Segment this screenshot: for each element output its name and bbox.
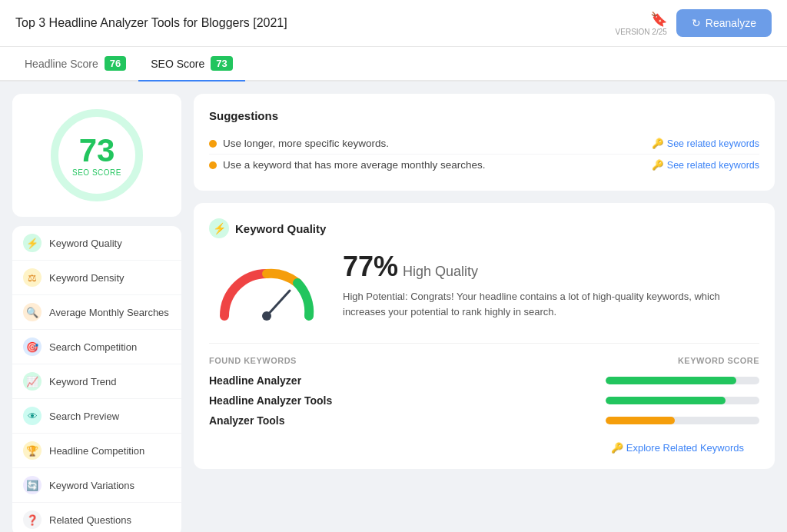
score-label: SEO SCORE [72,168,121,177]
explore-text: Explore Related Keywords [626,442,744,454]
avg-monthly-label: Average Monthly Searches [49,307,169,318]
see-related-link-0[interactable]: 🔑 See related keywords [652,138,759,149]
score-bar-container-0 [606,377,759,384]
app-container: Top 3 Headline Analyzer Tools for Blogge… [0,0,787,532]
sidebar-item-keyword-variations[interactable]: 🔄 Keyword Variations [12,468,181,503]
keywords-table: FOUND KEYWORDS KEYWORD SCORE Headline An… [209,343,759,454]
suggestion-dot-0 [209,140,217,148]
right-panel: Suggestions Use longer, more specific ke… [194,94,775,532]
sidebar-item-headline-competition[interactable]: 🏆 Headline Competition [12,434,181,468]
score-bar-container-2 [606,417,759,424]
see-related-text-0: See related keywords [667,138,759,149]
keyword-trend-icon: 📈 [23,372,42,391]
keyword-row-2: Analyzer Tools [209,414,759,427]
reanalyze-button[interactable]: ↻ Reanalyze [676,9,772,37]
tab-headline-badge: 76 [105,56,126,71]
kq-description: High Potential: Congrats! Your headline … [343,289,759,319]
header-left: Top 3 Headline Analyzer Tools for Blogge… [15,16,287,30]
tabs-bar: Headline Score 76 SEO Score 73 [0,47,787,81]
related-questions-label: Related Questions [49,514,131,526]
kq-header: ⚡ Keyword Quality [209,218,759,238]
header-right: 🔖 VERSION 2/25 ↻ Reanalyze [616,9,772,37]
explore-icon: 🔑 [611,442,623,454]
svg-point-1 [262,311,271,321]
nav-list: ⚡ Keyword Quality ⚖ Keyword Density 🔍 Av… [12,226,181,532]
sidebar-item-search-preview[interactable]: 👁 Search Preview [12,399,181,434]
tab-headline-label: Headline Score [25,58,98,70]
headline-competition-label: Headline Competition [49,445,144,457]
score-number: 73 [79,135,115,167]
score-bar-1 [606,397,726,404]
avg-monthly-icon: 🔍 [23,303,42,321]
explore-related-link[interactable]: 🔑 Explore Related Keywords [209,434,759,454]
tab-seo-label: SEO Score [151,58,204,70]
gauge-container [209,251,324,328]
main-content: 73 SEO SCORE ⚡ Keyword Quality ⚖ Keyword… [0,81,787,532]
col-keyword-score: KEYWORD SCORE [678,356,759,365]
sidebar-item-keyword-trend[interactable]: 📈 Keyword Trend [12,364,181,399]
keyword-name-1: Headline Analyzer Tools [209,394,332,407]
bookmark-icon[interactable]: 🔖 [650,11,667,28]
sidebar-item-keyword-density[interactable]: ⚖ Keyword Density [12,261,181,295]
kq-title: Keyword Quality [235,222,326,235]
version-badge: VERSION 2/25 [616,28,667,36]
sidebar-item-keyword-quality[interactable]: ⚡ Keyword Quality [12,226,181,261]
score-bar-2 [606,417,675,424]
keyword-name-0: Headline Analyzer [209,374,301,387]
kq-text: 77% High Quality High Potential: Congrat… [343,251,759,319]
score-circle-container: 73 SEO SCORE [12,94,181,217]
key-icon-1: 🔑 [652,159,664,171]
sidebar-item-related-questions[interactable]: ❓ Related Questions [12,503,181,532]
suggestion-label-1: Use a keyword that has more average mont… [223,159,485,171]
headline-competition-icon: 🏆 [23,441,42,460]
suggestion-text-1: Use a keyword that has more average mont… [209,159,485,171]
keyword-density-icon: ⚖ [23,268,42,287]
tab-headline[interactable]: Headline Score 76 [12,47,138,81]
suggestion-label-0: Use longer, more specific keywords. [223,138,389,149]
keyword-row-1: Headline Analyzer Tools [209,394,759,407]
kq-body: 77% High Quality High Potential: Congrat… [209,251,759,328]
related-questions-icon: ❓ [23,510,42,529]
keyword-variations-label: Keyword Variations [49,480,134,491]
key-icon-0: 🔑 [652,138,664,149]
suggestions-title: Suggestions [209,109,759,122]
tab-seo-badge: 73 [211,56,232,71]
see-related-link-1[interactable]: 🔑 See related keywords [652,159,759,171]
tab-seo[interactable]: SEO Score 73 [138,47,245,81]
sidebar-item-avg-monthly-searches[interactable]: 🔍 Average Monthly Searches [12,295,181,330]
suggestion-dot-1 [209,161,217,169]
sidebar: 73 SEO SCORE ⚡ Keyword Quality ⚖ Keyword… [12,94,181,532]
svg-line-0 [267,291,290,316]
keyword-variations-icon: 🔄 [23,476,42,494]
suggestion-text-0: Use longer, more specific keywords. [209,138,389,149]
keyword-trend-label: Keyword Trend [49,376,116,387]
keyword-name-2: Analyzer Tools [209,414,285,427]
search-competition-icon: 🎯 [23,337,42,356]
search-preview-icon: 👁 [23,407,42,425]
keyword-quality-card: ⚡ Keyword Quality [194,203,775,469]
header: Top 3 Headline Analyzer Tools for Blogge… [0,0,787,47]
suggestion-row-0: Use longer, more specific keywords. 🔑 Se… [209,133,759,155]
header-title: Top 3 Headline Analyzer Tools for Blogge… [15,16,287,30]
keyword-quality-label: Keyword Quality [49,238,122,249]
keyword-density-label: Keyword Density [49,272,125,284]
score-circle: 73 SEO SCORE [51,109,143,201]
keywords-table-header: FOUND KEYWORDS KEYWORD SCORE [209,356,759,365]
suggestions-card: Suggestions Use longer, more specific ke… [194,94,775,191]
reanalyze-icon: ↻ [692,17,701,29]
kq-percent: 77% [343,251,398,283]
suggestion-row-1: Use a keyword that has more average mont… [209,155,759,175]
score-bar-container-1 [606,397,759,404]
kq-header-icon: ⚡ [209,218,229,238]
reanalyze-label: Reanalyze [706,17,756,29]
keyword-quality-icon: ⚡ [23,234,42,252]
keyword-row-0: Headline Analyzer [209,374,759,387]
search-preview-label: Search Preview [49,411,119,422]
col-found-keywords: FOUND KEYWORDS [209,356,297,365]
gauge-svg [209,251,324,328]
kq-quality: High Quality [403,264,478,280]
sidebar-item-search-competition[interactable]: 🎯 Search Competition [12,330,181,364]
score-bar-0 [606,377,736,384]
see-related-text-1: See related keywords [667,160,759,171]
search-competition-label: Search Competition [49,341,137,353]
